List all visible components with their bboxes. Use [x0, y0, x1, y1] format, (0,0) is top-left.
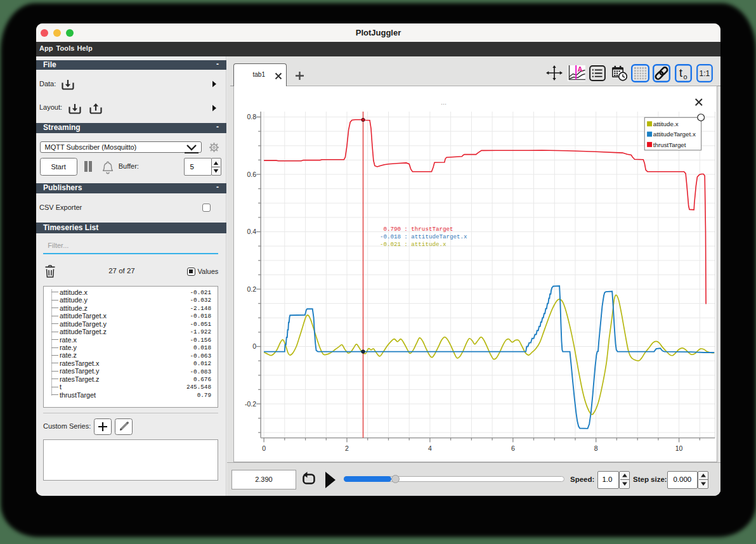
svg-text:o: o — [684, 73, 688, 81]
svg-text:6: 6 — [511, 444, 514, 452]
svg-text:0.4: 0.4 — [247, 228, 256, 235]
svg-text:: attitudeTarget.x: : attitudeTarget.x — [404, 233, 467, 240]
svg-text:0.790: 0.790 — [383, 226, 401, 233]
svg-text:-0.2: -0.2 — [244, 400, 256, 408]
svg-text:0.2: 0.2 — [247, 285, 256, 293]
svg-text:attitudeTarget.x: attitudeTarget.x — [653, 131, 695, 138]
svg-text:: attitude.x: : attitude.x — [404, 241, 446, 248]
svg-text:4: 4 — [427, 444, 431, 452]
svg-text:-0.021: -0.021 — [379, 241, 401, 248]
svg-text:1:1: 1:1 — [700, 69, 710, 78]
svg-text:thrustTarget: thrustTarget — [653, 141, 686, 148]
svg-text:2: 2 — [345, 444, 349, 452]
svg-text:0.8: 0.8 — [247, 113, 256, 120]
svg-text:attitude.x: attitude.x — [653, 120, 678, 127]
svg-text:10: 10 — [675, 444, 682, 452]
svg-text:t: t — [679, 67, 682, 79]
svg-text:: thrustTarget: : thrustTarget — [404, 226, 453, 233]
svg-text:0: 0 — [262, 444, 266, 452]
svg-text:0: 0 — [252, 342, 256, 350]
svg-text:...: ... — [440, 98, 446, 106]
svg-text:A: A — [577, 65, 582, 73]
svg-text:8: 8 — [594, 444, 597, 452]
svg-text:0.6: 0.6 — [247, 171, 256, 178]
svg-text:-0.018: -0.018 — [379, 233, 400, 240]
